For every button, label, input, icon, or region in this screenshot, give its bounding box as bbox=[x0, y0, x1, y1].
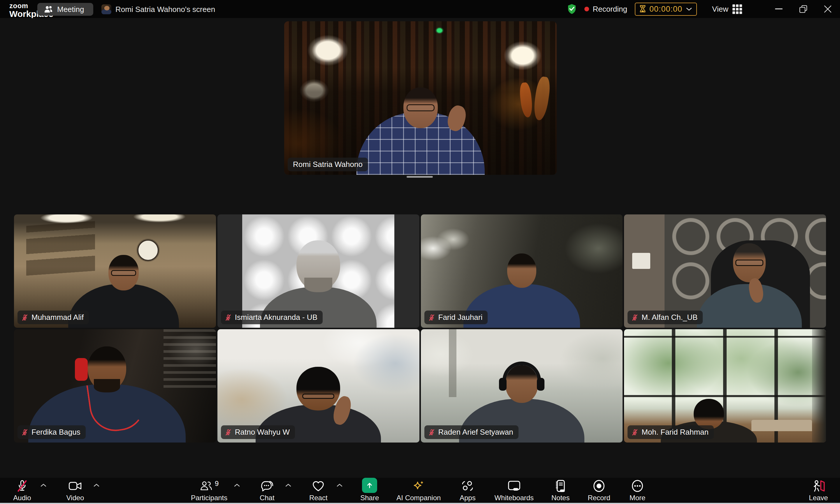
participant-video-tile[interactable]: Ferdika Bagus bbox=[14, 329, 216, 443]
participant-name: Ismiarta Aknuranda - UB bbox=[235, 313, 317, 322]
share-button[interactable]: Share bbox=[358, 479, 381, 501]
screen-bottom-edge bbox=[0, 503, 840, 504]
shield-check-icon[interactable] bbox=[567, 3, 577, 15]
tab-shared-screen[interactable]: Romi Satria Wahono's screen bbox=[102, 3, 215, 16]
participant-name-label: M. Alfan Ch._UB bbox=[627, 310, 703, 324]
meeting-timer-dropdown[interactable]: 00:00:00 bbox=[635, 3, 697, 16]
participant-video-tile[interactable]: Ismiarta Aknuranda - UB bbox=[217, 214, 419, 328]
participant-name: Ratno Wahyu W bbox=[235, 428, 290, 437]
react-label: React bbox=[309, 494, 327, 501]
participants-count-badge: 9 bbox=[215, 480, 219, 488]
gallery-view-icon bbox=[732, 4, 742, 14]
meeting-stage: Romi Satria Wahono Muhammad Alif bbox=[0, 18, 840, 478]
chat-icon bbox=[260, 480, 274, 492]
more-icon bbox=[631, 479, 644, 493]
participant-name: Farid Jauhari bbox=[439, 313, 483, 322]
meeting-toolbar: Audio Video 9 bbox=[0, 478, 840, 503]
participant-name-label: Raden Arief Setyawan bbox=[424, 425, 519, 439]
recording-dot bbox=[584, 7, 589, 11]
video-decor bbox=[812, 329, 826, 443]
close-button[interactable] bbox=[816, 0, 840, 18]
restore-icon bbox=[799, 5, 807, 13]
ai-companion-label: AI Companion bbox=[396, 494, 441, 501]
timer-value: 00:00:00 bbox=[649, 5, 682, 14]
participant-name: M. Alfan Ch._UB bbox=[642, 313, 697, 322]
participant-video-tile[interactable]: M. Alfan Ch._UB bbox=[624, 214, 826, 328]
apps-button[interactable]: Apps bbox=[456, 479, 479, 501]
heart-icon bbox=[311, 480, 325, 492]
meeting-status-area: Recording 00:00:00 View bbox=[567, 0, 742, 18]
tab-meeting[interactable]: Meeting bbox=[37, 3, 93, 16]
minimize-button[interactable] bbox=[767, 0, 791, 18]
share-label: Share bbox=[360, 494, 379, 501]
participant-name: Ferdika Bagus bbox=[32, 428, 81, 437]
toolbar-center-group: 9 Participants Chat bbox=[0, 478, 840, 503]
whiteboards-button[interactable]: Whiteboards bbox=[494, 479, 534, 501]
leave-door-icon bbox=[811, 479, 826, 493]
speaker-name: Romi Satria Wahono bbox=[293, 160, 362, 169]
participants-button[interactable]: 9 Participants bbox=[191, 479, 227, 501]
notes-icon bbox=[555, 479, 566, 493]
mic-muted-icon bbox=[21, 314, 29, 321]
minimize-icon bbox=[775, 8, 783, 10]
toolbar-right-group: Leave bbox=[807, 478, 830, 503]
mic-muted-icon bbox=[428, 314, 435, 321]
apps-icon bbox=[461, 480, 474, 492]
participant-name-label: Farid Jauhari bbox=[424, 310, 488, 324]
participant-video-tile[interactable]: Muhammad Alif bbox=[14, 214, 216, 328]
record-button[interactable]: Record bbox=[587, 479, 611, 501]
view-label: View bbox=[712, 5, 728, 14]
chat-button[interactable]: Chat bbox=[255, 479, 279, 501]
participant-name-label: Ferdika Bagus bbox=[17, 425, 86, 439]
view-button[interactable]: View bbox=[712, 4, 742, 14]
avatar bbox=[102, 4, 111, 14]
participants-label: Participants bbox=[191, 494, 227, 501]
hourglass-icon bbox=[640, 5, 646, 13]
react-button[interactable]: React bbox=[307, 479, 330, 501]
whiteboards-label: Whiteboards bbox=[494, 494, 534, 501]
more-button[interactable]: More bbox=[626, 479, 649, 501]
mic-muted-icon bbox=[21, 429, 29, 436]
participant-name-label: Ratno Wahyu W bbox=[221, 425, 295, 439]
tab-meeting-label: Meeting bbox=[57, 5, 84, 14]
person-silhouette bbox=[691, 243, 808, 328]
person-silhouette bbox=[352, 87, 489, 175]
mic-muted-icon bbox=[225, 314, 232, 321]
ai-companion-button[interactable]: AI Companion bbox=[396, 479, 441, 501]
share-arrow-icon bbox=[362, 478, 377, 493]
recording-indicator: Recording bbox=[584, 5, 627, 14]
tab-shared-screen-label: Romi Satria Wahono's screen bbox=[115, 5, 215, 14]
participant-video-tile[interactable]: Raden Arief Setyawan bbox=[421, 329, 623, 443]
restore-button[interactable] bbox=[791, 0, 816, 18]
whiteboard-icon bbox=[507, 480, 521, 492]
video-resize-handle[interactable] bbox=[407, 176, 433, 178]
more-label: More bbox=[629, 494, 646, 501]
video-decor bbox=[632, 253, 650, 269]
participants-icon bbox=[200, 480, 213, 492]
speaker-video-romi[interactable]: Romi Satria Wahono bbox=[284, 21, 557, 175]
participant-name-label: Moh. Farid Rahman bbox=[627, 425, 714, 439]
recording-label: Recording bbox=[592, 5, 627, 14]
window-controls bbox=[767, 0, 840, 18]
participant-name-label: Ismiarta Aknuranda - UB bbox=[221, 310, 323, 324]
participant-name: Muhammad Alif bbox=[32, 313, 84, 322]
mic-muted-icon bbox=[428, 429, 435, 436]
participant-name: Raden Arief Setyawan bbox=[439, 428, 513, 437]
speaker-name-label: Romi Satria Wahono bbox=[288, 158, 368, 171]
participants-options-chevron-up-icon[interactable] bbox=[234, 483, 240, 487]
participants-grid: Muhammad Alif Ismiarta Aknuranda - UB Fa… bbox=[14, 214, 826, 443]
participant-name-label: Muhammad Alif bbox=[17, 310, 89, 324]
react-options-chevron-up-icon[interactable] bbox=[336, 483, 343, 487]
chat-label: Chat bbox=[260, 494, 274, 501]
participant-video-tile[interactable]: Farid Jauhari bbox=[421, 214, 623, 328]
mic-muted-icon bbox=[631, 429, 639, 436]
notes-button[interactable]: Notes bbox=[549, 479, 572, 501]
zoom-meeting-window: { "brand": { "line1": "zoom", "line2": "… bbox=[0, 0, 840, 504]
leave-label: Leave bbox=[809, 494, 828, 501]
record-icon bbox=[592, 479, 606, 493]
timer-chevron-down-icon bbox=[686, 7, 692, 11]
chat-options-chevron-up-icon[interactable] bbox=[285, 483, 291, 487]
participant-video-tile[interactable]: Moh. Farid Rahman bbox=[624, 329, 826, 443]
participant-video-tile[interactable]: Ratno Wahyu W bbox=[217, 329, 419, 443]
leave-button[interactable]: Leave bbox=[807, 479, 830, 501]
